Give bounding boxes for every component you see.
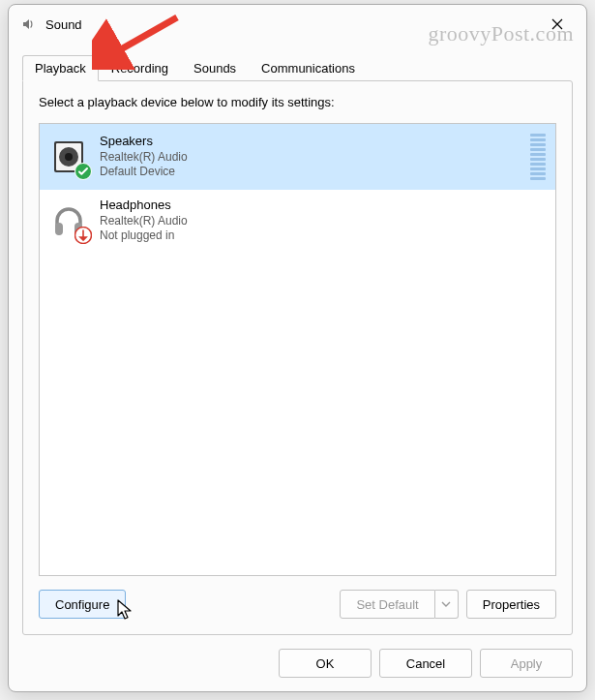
configure-button[interactable]: Configure: [39, 590, 126, 619]
speaker-icon: [49, 137, 88, 176]
svg-point-3: [65, 153, 73, 161]
tab-sounds[interactable]: Sounds: [181, 55, 249, 80]
panel-button-row: Configure Set Default Properties: [39, 590, 556, 619]
tab-recording[interactable]: Recording: [99, 55, 181, 80]
chevron-down-icon: [441, 601, 451, 607]
device-status: Default Device: [100, 165, 519, 180]
titlebar: Sound: [9, 5, 586, 44]
volume-level-icon: [530, 130, 546, 184]
close-icon: [551, 18, 563, 30]
playback-panel: Select a playback device below to modify…: [22, 80, 573, 635]
device-name: Headphones: [100, 198, 546, 214]
ok-button[interactable]: OK: [279, 649, 372, 678]
dialog-button-row: OK Cancel Apply: [22, 635, 573, 678]
device-meta: Headphones Realtek(R) Audio Not plugged …: [100, 198, 546, 244]
apply-button[interactable]: Apply: [480, 649, 573, 678]
window-title: Sound: [45, 17, 536, 32]
tab-communications[interactable]: Communications: [249, 55, 368, 80]
headphones-icon: [49, 201, 88, 240]
dialog-body: Playback Recording Sounds Communications…: [9, 44, 586, 691]
device-meta: Speakers Realtek(R) Audio Default Device: [100, 134, 519, 180]
device-driver: Realtek(R) Audio: [100, 214, 546, 229]
set-default-caret[interactable]: [435, 590, 459, 619]
set-default-button[interactable]: Set Default: [340, 590, 434, 619]
properties-button[interactable]: Properties: [466, 590, 556, 619]
instruction-text: Select a playback device below to modify…: [39, 95, 556, 109]
close-button[interactable]: [536, 9, 579, 40]
tab-strip: Playback Recording Sounds Communications: [22, 53, 573, 80]
device-status: Not plugged in: [100, 228, 546, 244]
sound-dialog: Sound Playback Recording Sounds Communic…: [8, 4, 587, 692]
device-name: Speakers: [100, 134, 519, 150]
device-row-speakers[interactable]: Speakers Realtek(R) Audio Default Device: [40, 124, 555, 190]
cancel-button[interactable]: Cancel: [379, 649, 472, 678]
sound-app-icon: [20, 16, 36, 32]
device-list[interactable]: Speakers Realtek(R) Audio Default Device: [39, 123, 556, 576]
device-driver: Realtek(R) Audio: [100, 150, 519, 166]
svg-rect-5: [55, 223, 63, 235]
device-row-headphones[interactable]: Headphones Realtek(R) Audio Not plugged …: [40, 190, 555, 252]
tab-playback[interactable]: Playback: [22, 55, 99, 81]
set-default-split-button[interactable]: Set Default: [340, 590, 458, 619]
